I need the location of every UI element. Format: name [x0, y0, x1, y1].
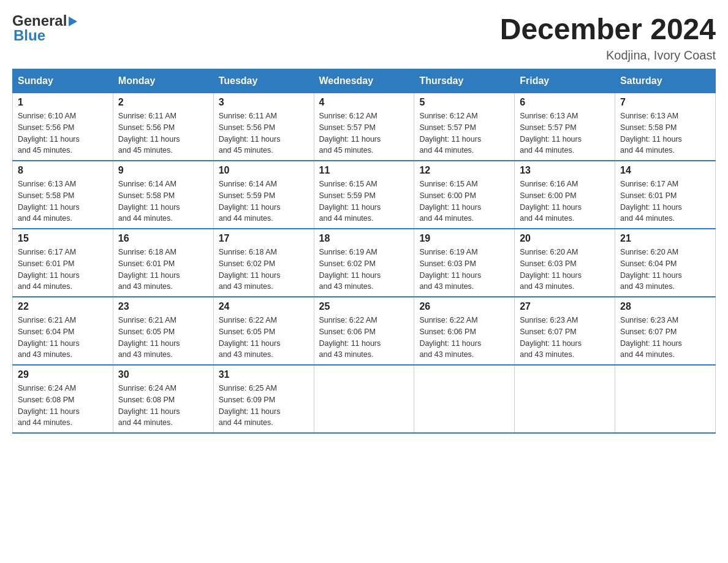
calendar-header-wednesday: Wednesday [314, 69, 414, 93]
day-info: Sunrise: 6:11 AMSunset: 5:56 PMDaylight:… [219, 110, 309, 156]
calendar-cell: 8Sunrise: 6:13 AMSunset: 5:58 PMDaylight… [13, 161, 113, 229]
calendar-cell: 6Sunrise: 6:13 AMSunset: 5:57 PMDaylight… [515, 93, 615, 161]
day-number: 19 [419, 233, 509, 244]
calendar-header-tuesday: Tuesday [213, 69, 314, 93]
calendar-cell: 21Sunrise: 6:20 AMSunset: 6:04 PMDayligh… [615, 229, 716, 297]
day-info: Sunrise: 6:22 AMSunset: 6:06 PMDaylight:… [319, 315, 409, 361]
day-number: 25 [319, 301, 409, 312]
day-number: 15 [18, 233, 108, 244]
calendar-cell: 5Sunrise: 6:12 AMSunset: 5:57 PMDaylight… [414, 93, 515, 161]
day-info: Sunrise: 6:21 AMSunset: 6:05 PMDaylight:… [118, 315, 208, 361]
calendar-header-thursday: Thursday [414, 69, 515, 93]
day-info: Sunrise: 6:20 AMSunset: 6:03 PMDaylight:… [520, 247, 610, 293]
calendar-cell: 14Sunrise: 6:17 AMSunset: 6:01 PMDayligh… [615, 161, 716, 229]
calendar-cell: 24Sunrise: 6:22 AMSunset: 6:05 PMDayligh… [213, 297, 314, 365]
calendar-table: SundayMondayTuesdayWednesdayThursdayFrid… [12, 69, 716, 434]
day-info: Sunrise: 6:18 AMSunset: 6:01 PMDaylight:… [118, 247, 208, 293]
day-number: 14 [620, 165, 710, 176]
day-info: Sunrise: 6:13 AMSunset: 5:58 PMDaylight:… [18, 178, 108, 224]
day-info: Sunrise: 6:25 AMSunset: 6:09 PMDaylight:… [219, 383, 309, 429]
calendar-cell: 4Sunrise: 6:12 AMSunset: 5:57 PMDaylight… [314, 93, 414, 161]
calendar-cell: 2Sunrise: 6:11 AMSunset: 5:56 PMDaylight… [113, 93, 213, 161]
calendar-cell: 31Sunrise: 6:25 AMSunset: 6:09 PMDayligh… [213, 365, 314, 433]
day-number: 10 [219, 165, 309, 176]
calendar-cell: 25Sunrise: 6:22 AMSunset: 6:06 PMDayligh… [314, 297, 414, 365]
day-info: Sunrise: 6:20 AMSunset: 6:04 PMDaylight:… [620, 247, 710, 293]
calendar-week-1: 1Sunrise: 6:10 AMSunset: 5:56 PMDaylight… [13, 93, 716, 161]
day-number: 30 [118, 369, 208, 380]
calendar-cell [515, 365, 615, 433]
day-number: 21 [620, 233, 710, 244]
logo-text-blue: Blue [13, 27, 45, 44]
calendar-week-4: 22Sunrise: 6:21 AMSunset: 6:04 PMDayligh… [13, 297, 716, 365]
calendar-week-2: 8Sunrise: 6:13 AMSunset: 5:58 PMDaylight… [13, 161, 716, 229]
calendar-cell: 27Sunrise: 6:23 AMSunset: 6:07 PMDayligh… [515, 297, 615, 365]
calendar-cell: 9Sunrise: 6:14 AMSunset: 5:58 PMDaylight… [113, 161, 213, 229]
day-number: 9 [118, 165, 208, 176]
day-number: 1 [18, 97, 108, 108]
day-number: 31 [219, 369, 309, 380]
calendar-cell: 10Sunrise: 6:14 AMSunset: 5:59 PMDayligh… [213, 161, 314, 229]
calendar-cell: 7Sunrise: 6:13 AMSunset: 5:58 PMDaylight… [615, 93, 716, 161]
day-info: Sunrise: 6:21 AMSunset: 6:04 PMDaylight:… [18, 315, 108, 361]
calendar-cell: 26Sunrise: 6:22 AMSunset: 6:06 PMDayligh… [414, 297, 515, 365]
calendar-cell: 15Sunrise: 6:17 AMSunset: 6:01 PMDayligh… [13, 229, 113, 297]
calendar-cell [414, 365, 515, 433]
calendar-week-5: 29Sunrise: 6:24 AMSunset: 6:08 PMDayligh… [13, 365, 716, 433]
day-number: 26 [419, 301, 509, 312]
calendar-cell: 1Sunrise: 6:10 AMSunset: 5:56 PMDaylight… [13, 93, 113, 161]
day-info: Sunrise: 6:23 AMSunset: 6:07 PMDaylight:… [620, 315, 710, 361]
day-info: Sunrise: 6:15 AMSunset: 6:00 PMDaylight:… [419, 178, 509, 224]
day-number: 18 [319, 233, 409, 244]
calendar-cell: 16Sunrise: 6:18 AMSunset: 6:01 PMDayligh… [113, 229, 213, 297]
day-number: 22 [18, 301, 108, 312]
day-number: 23 [118, 301, 208, 312]
day-info: Sunrise: 6:13 AMSunset: 5:58 PMDaylight:… [620, 110, 710, 156]
day-number: 16 [118, 233, 208, 244]
day-number: 11 [319, 165, 409, 176]
calendar-cell [314, 365, 414, 433]
calendar-header-row: SundayMondayTuesdayWednesdayThursdayFrid… [13, 69, 716, 93]
day-number: 2 [118, 97, 208, 108]
day-number: 17 [219, 233, 309, 244]
day-number: 4 [319, 97, 409, 108]
day-info: Sunrise: 6:10 AMSunset: 5:56 PMDaylight:… [18, 110, 108, 156]
page-header: General Blue December 2024 Kodjina, Ivor… [12, 12, 716, 63]
day-number: 29 [18, 369, 108, 380]
day-info: Sunrise: 6:19 AMSunset: 6:03 PMDaylight:… [419, 247, 509, 293]
day-info: Sunrise: 6:17 AMSunset: 6:01 PMDaylight:… [620, 178, 710, 224]
day-number: 12 [419, 165, 509, 176]
logo-arrow-icon [69, 17, 77, 26]
month-title: December 2024 [500, 12, 716, 46]
day-info: Sunrise: 6:23 AMSunset: 6:07 PMDaylight:… [520, 315, 610, 361]
calendar-cell: 3Sunrise: 6:11 AMSunset: 5:56 PMDaylight… [213, 93, 314, 161]
calendar-header-monday: Monday [113, 69, 213, 93]
logo: General Blue [12, 12, 77, 44]
calendar-cell [615, 365, 716, 433]
day-number: 24 [219, 301, 309, 312]
calendar-cell: 13Sunrise: 6:16 AMSunset: 6:00 PMDayligh… [515, 161, 615, 229]
day-info: Sunrise: 6:14 AMSunset: 5:59 PMDaylight:… [219, 178, 309, 224]
day-info: Sunrise: 6:11 AMSunset: 5:56 PMDaylight:… [118, 110, 208, 156]
day-number: 28 [620, 301, 710, 312]
day-info: Sunrise: 6:18 AMSunset: 6:02 PMDaylight:… [219, 247, 309, 293]
calendar-cell: 22Sunrise: 6:21 AMSunset: 6:04 PMDayligh… [13, 297, 113, 365]
calendar-cell: 19Sunrise: 6:19 AMSunset: 6:03 PMDayligh… [414, 229, 515, 297]
day-number: 27 [520, 301, 610, 312]
day-info: Sunrise: 6:16 AMSunset: 6:00 PMDaylight:… [520, 178, 610, 224]
calendar-cell: 28Sunrise: 6:23 AMSunset: 6:07 PMDayligh… [615, 297, 716, 365]
calendar-header-sunday: Sunday [13, 69, 113, 93]
calendar-header-friday: Friday [515, 69, 615, 93]
day-info: Sunrise: 6:15 AMSunset: 5:59 PMDaylight:… [319, 178, 409, 224]
day-number: 8 [18, 165, 108, 176]
calendar-cell: 18Sunrise: 6:19 AMSunset: 6:02 PMDayligh… [314, 229, 414, 297]
day-info: Sunrise: 6:12 AMSunset: 5:57 PMDaylight:… [419, 110, 509, 156]
day-number: 7 [620, 97, 710, 108]
day-info: Sunrise: 6:22 AMSunset: 6:06 PMDaylight:… [419, 315, 509, 361]
calendar-cell: 23Sunrise: 6:21 AMSunset: 6:05 PMDayligh… [113, 297, 213, 365]
day-number: 5 [419, 97, 509, 108]
calendar-cell: 20Sunrise: 6:20 AMSunset: 6:03 PMDayligh… [515, 229, 615, 297]
day-number: 6 [520, 97, 610, 108]
calendar-cell: 29Sunrise: 6:24 AMSunset: 6:08 PMDayligh… [13, 365, 113, 433]
day-info: Sunrise: 6:12 AMSunset: 5:57 PMDaylight:… [319, 110, 409, 156]
